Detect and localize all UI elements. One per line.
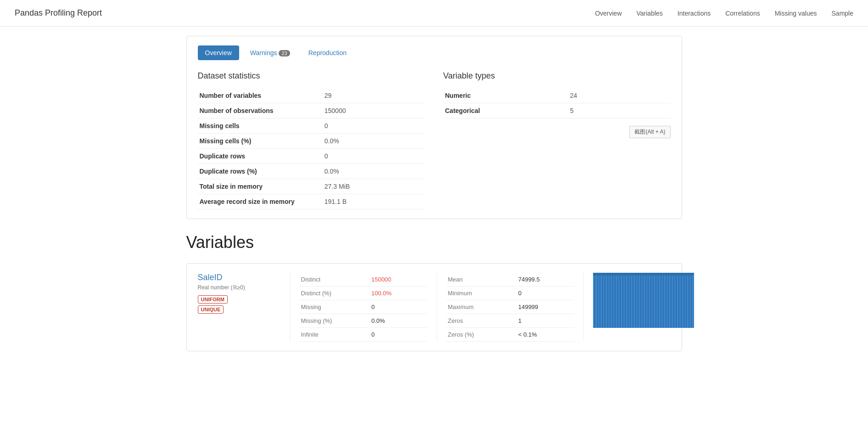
table-row: Duplicate rows 0 [198, 149, 425, 164]
overview-card: Overview Warnings23 Reproduction Dataset… [186, 36, 682, 219]
histogram-bar [633, 276, 636, 328]
histogram-bar [666, 276, 669, 328]
stat-value: 0.0% [370, 314, 427, 328]
histogram-bar [682, 276, 684, 328]
stat-value: 0.0% [323, 134, 425, 149]
stat-value: 0 [323, 118, 425, 134]
stat-label: Number of variables [198, 88, 323, 103]
histogram-bar [638, 276, 641, 328]
histogram-bar [644, 276, 646, 328]
stat-value: 27.3 MiB [323, 179, 425, 194]
histogram-bar [613, 276, 616, 328]
var-left-stats-col: Distinct 150000 Distinct (%) 100.0% Miss… [290, 273, 437, 342]
stat-label: Missing cells (%) [198, 134, 323, 149]
table-row: Distinct (%) 100.0% [299, 287, 427, 300]
histogram-bar [598, 276, 600, 328]
histogram-bar [603, 276, 605, 328]
stat-label: Missing [299, 300, 370, 314]
dataset-statistics: Dataset statistics Number of variables 2… [198, 71, 425, 209]
stat-value: 0 [370, 328, 427, 342]
stat-label: Missing cells [198, 118, 323, 134]
stat-value: 0 [370, 300, 427, 314]
var-name-col: SaleID Real number (ℝ≥0) UNIFORM UNIQUE [198, 273, 290, 342]
stat-label: Mean [446, 273, 516, 287]
tab-warnings[interactable]: Warnings23 [243, 45, 297, 60]
histogram-bar [649, 276, 651, 328]
histogram-bar [605, 276, 608, 328]
stat-value: 100.0% [370, 287, 427, 300]
histogram-bar [641, 276, 644, 328]
histogram-bar [654, 276, 656, 328]
stats-grid: Dataset statistics Number of variables 2… [198, 71, 671, 209]
table-row: Categorical 5 [443, 103, 671, 118]
histogram-bar [687, 276, 689, 328]
stat-label: Distinct (%) [299, 287, 370, 300]
histogram-bar [600, 276, 603, 328]
stat-value: 1 [516, 314, 574, 328]
stat-value: 150000 [323, 103, 425, 118]
main-content: Overview Warnings23 Reproduction Dataset… [113, 27, 756, 360]
histogram-bar [651, 276, 654, 328]
histogram-bar [628, 276, 631, 328]
histogram-bar [616, 276, 618, 328]
table-row: Maximum 149999 [446, 300, 574, 314]
histogram-bar [593, 276, 595, 328]
histogram-bar [661, 276, 664, 328]
variable-name[interactable]: SaleID [198, 273, 280, 282]
histogram-bar [656, 276, 659, 328]
dataset-statistics-title: Dataset statistics [198, 71, 425, 81]
histogram-bar [692, 276, 694, 328]
histogram-bar [610, 276, 613, 328]
variables-section-heading: Variables [186, 233, 682, 252]
histogram-bar [646, 276, 649, 328]
table-row: Number of observations 150000 [198, 103, 425, 118]
nav-item-variables[interactable]: Variables [637, 10, 663, 17]
table-row: Missing (%) 0.0% [299, 314, 427, 328]
histogram-bar [684, 276, 687, 328]
table-row: Missing cells 0 [198, 118, 425, 134]
nav-item-overview[interactable]: Overview [595, 10, 622, 17]
overview-tabs: Overview Warnings23 Reproduction [198, 45, 671, 60]
navbar-brand: Pandas Profiling Report [15, 8, 102, 18]
stat-value: 24 [568, 88, 671, 103]
histogram-bar [679, 276, 682, 328]
screenshot-button[interactable]: 截图(Alt + A) [629, 126, 670, 138]
stat-value: 191.1 B [323, 194, 425, 209]
table-row: Total size in memory 27.3 MiB [198, 179, 425, 194]
navbar: Pandas Profiling Report Overview Variabl… [0, 0, 868, 27]
stat-label: Maximum [446, 300, 516, 314]
stat-label: Distinct [299, 273, 370, 287]
var-histogram-col [583, 273, 694, 342]
table-row: Average record size in memory 191.1 B [198, 194, 425, 209]
tab-overview[interactable]: Overview [198, 45, 239, 60]
stat-label: Total size in memory [198, 179, 323, 194]
stat-label: Infinite [299, 328, 370, 342]
table-row: Zeros (%) < 0.1% [446, 328, 574, 342]
variable-card-inner: SaleID Real number (ℝ≥0) UNIFORM UNIQUE … [198, 273, 671, 342]
variable-badges: UNIFORM UNIQUE [198, 295, 280, 314]
stat-value: 150000 [370, 273, 427, 287]
var-left-stats-table: Distinct 150000 Distinct (%) 100.0% Miss… [299, 273, 427, 342]
table-row: Mean 74999.5 [446, 273, 574, 287]
nav-item-interactions[interactable]: Interactions [678, 10, 711, 17]
histogram-bar [674, 276, 677, 328]
table-row: Zeros 1 [446, 314, 574, 328]
stat-value: < 0.1% [516, 328, 574, 342]
stat-value: 0 [323, 149, 425, 164]
nav-item-sample[interactable]: Sample [832, 10, 853, 17]
histogram-bar [631, 276, 633, 328]
nav-item-missing-values[interactable]: Missing values [775, 10, 817, 17]
table-row: Number of variables 29 [198, 88, 425, 103]
stat-value: 0.0% [323, 164, 425, 179]
tab-reproduction[interactable]: Reproduction [301, 45, 354, 60]
variable-card-saleid: SaleID Real number (ℝ≥0) UNIFORM UNIQUE … [186, 263, 682, 351]
stat-label: Zeros (%) [446, 328, 516, 342]
histogram-bar [636, 276, 638, 328]
stat-value: 5 [568, 103, 671, 118]
stat-value: 29 [323, 88, 425, 103]
histogram-bar [626, 276, 628, 328]
stat-label: Minimum [446, 287, 516, 300]
nav-item-correlations[interactable]: Correlations [725, 10, 760, 17]
table-row: Missing 0 [299, 300, 427, 314]
stat-label: Missing (%) [299, 314, 370, 328]
